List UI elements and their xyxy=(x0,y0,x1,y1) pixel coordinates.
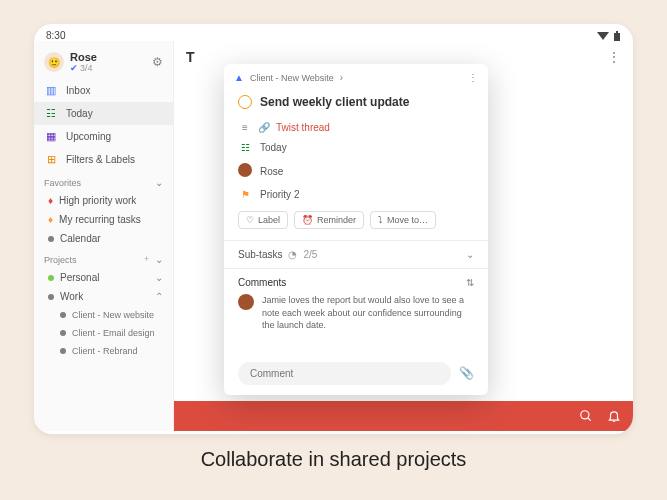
task-assignee: Rose xyxy=(260,166,283,177)
sidebar-item-label: Inbox xyxy=(66,85,90,96)
task-title-row: Send weekly client update xyxy=(224,91,488,117)
link-icon: 🔗 xyxy=(258,122,270,133)
subtasks-row[interactable]: Sub-tasks ◔ 2/5 ⌄ xyxy=(224,240,488,268)
sidebar-item-upcoming[interactable]: ▦ Upcoming xyxy=(34,125,173,148)
task-date-row[interactable]: ☷ Today xyxy=(238,137,474,158)
checkbox-icon[interactable] xyxy=(238,95,252,109)
move-icon: ⤵ xyxy=(378,215,383,225)
battery-icon xyxy=(613,31,621,41)
task-title[interactable]: Send weekly client update xyxy=(260,95,409,109)
gear-icon[interactable]: ⚙ xyxy=(152,55,163,69)
calendar-icon: ☷ xyxy=(238,142,252,153)
sidebar-item-filters[interactable]: ⊞ Filters & Labels xyxy=(34,148,173,171)
avatar-icon xyxy=(238,163,252,179)
project-dot-icon xyxy=(48,294,54,300)
chevron-down-icon: ⌄ xyxy=(155,177,163,188)
sidebar-item-label: Today xyxy=(66,108,93,119)
favorite-item[interactable]: Calendar xyxy=(34,229,173,248)
task-description[interactable]: ≡ 🔗 Twist thread xyxy=(238,118,474,137)
project-dot-icon xyxy=(60,330,66,336)
sidebar-item-today[interactable]: ☷ Today xyxy=(34,102,173,125)
clock-icon: ⏰ xyxy=(302,215,313,225)
search-icon[interactable] xyxy=(579,409,593,423)
breadcrumb[interactable]: ▲ Client - New Website › xyxy=(234,72,468,83)
text-icon: ≡ xyxy=(238,122,252,133)
move-chip[interactable]: ⤵ Move to… xyxy=(370,211,436,229)
chevron-right-icon: › xyxy=(340,72,343,83)
project-item-personal[interactable]: Personal ⌄ xyxy=(34,268,173,287)
favorite-label: High priority work xyxy=(59,195,136,206)
label-chip[interactable]: ♡ Label xyxy=(238,211,288,229)
caption: Collaborate in shared projects xyxy=(0,448,667,471)
twist-link: Twist thread xyxy=(276,122,330,133)
project-label: Client - Rebrand xyxy=(72,346,138,356)
task-chips: ♡ Label ⏰ Reminder ⤵ Move to… xyxy=(238,205,474,235)
flame-icon: ♦ xyxy=(48,214,53,225)
project-item[interactable]: Client - New website xyxy=(34,306,173,324)
calendar-today-icon: ☷ xyxy=(44,107,58,120)
section-label: Favorites xyxy=(44,178,81,188)
comment-input[interactable] xyxy=(238,362,451,385)
section-label: Projects xyxy=(44,255,77,265)
task-assignee-row[interactable]: Rose xyxy=(238,158,474,184)
chevron-down-icon: ⌄ xyxy=(155,272,163,283)
sidebar: 🙂 Rose ✔ 3/4 ⚙ ▥ Inbox ☷ Today ▦ xyxy=(34,41,174,431)
profile-count: ✔ 3/4 xyxy=(70,63,97,73)
favorite-label: Calendar xyxy=(60,233,101,244)
favorite-label: My recurring tasks xyxy=(59,214,141,225)
comment-text: Jamie loves the report but would also lo… xyxy=(262,294,474,332)
wifi-icon xyxy=(597,32,609,40)
section-favorites[interactable]: Favorites ⌄ xyxy=(34,171,173,191)
project-dot-icon xyxy=(48,275,54,281)
filter-icon: ⊞ xyxy=(44,153,58,166)
sidebar-item-label: Upcoming xyxy=(66,131,111,142)
bell-icon[interactable] xyxy=(607,409,621,423)
favorite-item[interactable]: ♦ High priority work xyxy=(34,191,173,210)
tag-icon: ♡ xyxy=(246,215,254,225)
project-item[interactable]: Client - Rebrand xyxy=(34,342,173,360)
breadcrumb-label: Client - New Website xyxy=(250,73,334,83)
project-item-work[interactable]: Work ⌃ xyxy=(34,287,173,306)
task-date: Today xyxy=(260,142,287,153)
page-title: T xyxy=(186,49,195,65)
svg-line-3 xyxy=(588,418,591,421)
comment-item: Jamie loves the report but would also lo… xyxy=(238,294,474,332)
subtasks-count: 2/5 xyxy=(303,249,317,260)
status-bar: 8:30 xyxy=(34,24,633,41)
project-dot-icon xyxy=(48,236,54,242)
person-icon: ▲ xyxy=(234,72,244,83)
inbox-icon: ▥ xyxy=(44,84,58,97)
add-icon[interactable]: + xyxy=(144,254,149,265)
status-time: 8:30 xyxy=(46,30,65,41)
svg-point-2 xyxy=(581,411,589,419)
attach-icon[interactable]: 📎 xyxy=(459,366,474,380)
more-icon[interactable]: ⋮ xyxy=(607,49,621,65)
section-projects[interactable]: Projects + ⌄ xyxy=(34,248,173,268)
task-priority: Priority 2 xyxy=(260,189,299,200)
flame-icon: ♦ xyxy=(48,195,53,206)
task-priority-row[interactable]: ⚑ Priority 2 xyxy=(238,184,474,205)
comments-section: Comments ⇅ Jamie loves the report but wo… xyxy=(224,268,488,340)
project-item[interactable]: Client - Email design xyxy=(34,324,173,342)
subtasks-label: Sub-tasks xyxy=(238,249,282,260)
favorite-item[interactable]: ♦ My recurring tasks xyxy=(34,210,173,229)
sort-icon[interactable]: ⇅ xyxy=(466,277,474,288)
chevron-up-icon: ⌃ xyxy=(155,291,163,302)
reminder-chip[interactable]: ⏰ Reminder xyxy=(294,211,364,229)
chevron-down-icon: ⌄ xyxy=(155,254,163,265)
project-dot-icon xyxy=(60,312,66,318)
comment-input-row: 📎 xyxy=(224,352,488,395)
bottom-bar xyxy=(174,401,633,431)
task-detail-modal: ▲ Client - New Website › ⋮ Send weekly c… xyxy=(224,64,488,395)
sidebar-item-label: Filters & Labels xyxy=(66,154,135,165)
calendar-icon: ▦ xyxy=(44,130,58,143)
more-icon[interactable]: ⋮ xyxy=(468,72,478,83)
chevron-down-icon: ⌄ xyxy=(466,249,474,260)
sidebar-item-inbox[interactable]: ▥ Inbox xyxy=(34,79,173,102)
comments-label: Comments xyxy=(238,277,286,288)
svg-rect-0 xyxy=(614,33,620,41)
status-icons xyxy=(597,31,621,41)
comment-avatar-icon xyxy=(238,294,254,310)
sidebar-profile[interactable]: 🙂 Rose ✔ 3/4 ⚙ xyxy=(34,45,173,79)
project-label: Client - New website xyxy=(72,310,154,320)
